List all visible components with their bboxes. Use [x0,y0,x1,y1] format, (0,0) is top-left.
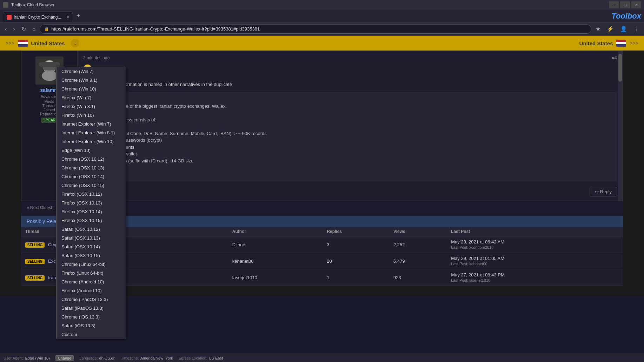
settings-button[interactable]: ⋮ [631,25,641,33]
dropdown-item[interactable]: Chrome (OSX 10.12) [57,155,126,163]
post-scrollbar[interactable] [618,51,623,201]
member-since-badge: 1 YEAR [41,118,58,123]
post-body-text: fake because this information is named i… [83,81,617,88]
dropdown-item[interactable]: Internet Explorer (Win 8.1) [57,128,126,137]
vpn-location-left: United States [31,40,65,46]
dropdown-item[interactable]: Firefox (Win 10) [57,111,126,120]
dropdown-item[interactable]: Firefox (OSX 10.14) [57,207,126,216]
vpn-chevrons-left: >>> [6,40,14,46]
dropdown-item[interactable]: Firefox (Win 8.1) [57,102,126,111]
egress-label: Egress Location: [179,356,207,360]
post-emoji: 😁 [83,64,617,72]
vpn-flag-left [18,40,28,47]
forward-button[interactable]: › [11,25,17,33]
col-last-post: Last Post [447,227,623,236]
vpn-chevrons-right: >>> [630,40,638,46]
dropdown-item[interactable]: Chrome (iPadOS 13.3) [57,295,126,304]
refresh-button[interactable]: ↻ [19,25,28,33]
dropdown-item[interactable]: Firefox (Linux 64-bit) [57,269,126,277]
lock-icon: 🔒 [44,27,49,31]
dropdown-item[interactable]: Internet Explorer (Win 7) [57,120,126,128]
egress-item: Egress Location: US East [179,356,223,360]
dropdown-item[interactable]: Custom [57,330,126,339]
egress-value: US East [209,356,223,360]
home-button[interactable]: ⌂ [30,25,38,33]
active-tab[interactable]: Iranian Crypto Exchang... × [3,12,73,22]
quote-block: Wrote: ➜ we hacked into one of the bigge… [83,92,617,182]
dropdown-item[interactable]: Safari (OSX 10.14) [57,242,126,251]
dropdown-item[interactable]: Chrome (iOS 13.3) [57,313,126,321]
dropdown-item[interactable]: Safari (OSX 10.13) [57,234,126,242]
replies-cell: 1 [323,269,389,286]
new-tab-button[interactable]: + [74,12,82,20]
dropdown-item[interactable]: Chrome (OSX 10.14) [57,172,126,181]
col-author: Author [228,227,323,236]
replies-cell: 20 [323,253,389,269]
extensions-button[interactable]: ⚡ [605,25,616,33]
svg-point-5 [42,71,57,81]
language-value: en-US,en [99,356,115,360]
back-button[interactable]: ‹ [3,25,9,33]
user-agent-label: User Agent: [4,356,24,360]
post-header: 2 minutes ago #4 [83,55,617,60]
minimize-button[interactable]: ─ [609,1,619,8]
browser-dropdown[interactable]: Chrome (Win 7)Chrome (Win 8.1)Chrome (Wi… [56,67,126,339]
main-content: salamm Advanced Posts Threads Joined Rep… [0,51,644,296]
tab-favicon [7,15,12,20]
timezone-item: Timezone: America/New_York [121,356,173,360]
dropdown-item[interactable]: Internet Explorer (Win 10) [57,137,126,146]
dropdown-item[interactable]: Firefox (OSX 10.13) [57,199,126,207]
tab-title: Iranian Crypto Exchang... [14,15,65,20]
vpn-dropdown-button[interactable]: ⌄ [71,39,79,47]
last-post-cell: May 29, 2021 at 06:42 AM Last Post: xcon… [447,236,623,253]
dropdown-item[interactable]: Firefox (Win 7) [57,93,126,102]
dropdown-item[interactable]: Edge (Win 10) [57,146,126,155]
bookmark-button[interactable]: ★ [593,25,603,33]
dropdown-item[interactable]: Safari (iPadOS 13.3) [57,304,126,313]
dropdown-item[interactable]: Chrome (Win 7) [57,67,126,76]
url-text: https://raidforums.com/Thread-SELLING-Ir… [51,26,260,32]
language-label: Language: [79,356,98,360]
dropdown-item[interactable]: Firefox (OSX 10.12) [57,190,126,199]
views-cell: 2,252 [389,236,447,253]
timezone-label: Timezone: [121,356,139,360]
replies-cell: 3 [323,236,389,253]
post-actions: ↩ Reply [83,184,617,196]
vpn-bar: >>> United States ⌄ United States >>> [0,36,644,51]
dropdown-item[interactable]: Chrome (OSX 10.13) [57,163,126,172]
reply-label: Reply [600,189,612,194]
dropdown-item[interactable]: Chrome (Linux 64-bit) [57,260,126,269]
nav-bar: ‹ › ↻ ⌂ 🔒 https://raidforums.com/Thread-… [0,22,644,36]
reply-button[interactable]: ↩ Reply [590,187,617,196]
dropdown-item[interactable]: Chrome (Win 10) [57,85,126,93]
dropdown-item[interactable]: Chrome (Win 8.1) [57,76,126,85]
selling-badge: SELLING [25,259,45,264]
title-bar-text: Toolbox Cloud Browser [11,2,54,7]
selling-badge: SELLING [25,275,45,281]
profile-button[interactable]: 👤 [618,25,629,33]
dropdown-item[interactable]: Firefox (OSX 10.15) [57,216,126,225]
tab-bar: Iranian Crypto Exchang... × + Toolbox [0,10,644,22]
change-button[interactable]: Change [55,355,74,361]
app-icon [3,2,8,8]
status-bar: User Agent: Edge (Win 10) Change Languag… [0,354,644,362]
user-agent-item: User Agent: Edge (Win 10) [4,356,50,360]
dear-bro-text: Dear bro [83,72,617,78]
dropdown-item[interactable]: Safari (iOS 13.3) [57,321,126,330]
last-post-cell: May 27, 2021 at 08:43 PM Last Post: lase… [447,269,623,286]
author-cell: kehanet00 [228,253,323,269]
url-bar[interactable]: 🔒 https://raidforums.com/Thread-SELLING-… [40,25,591,34]
maximize-button[interactable]: □ [620,1,630,8]
dropdown-item[interactable]: Safari (OSX 10.15) [57,251,126,260]
dropdown-item[interactable]: Firefox (Android 10) [57,286,126,295]
scroll-thumb [618,54,622,82]
dropdown-item[interactable]: Chrome (OSX 10.15) [57,181,126,190]
close-button[interactable]: ✕ [631,1,641,8]
title-bar: Toolbox Cloud Browser ─ □ ✕ [0,0,644,10]
views-cell: 6,479 [389,253,447,269]
user-agent-value: Edge (Win 10) [25,356,49,360]
dropdown-item[interactable]: Chrome (Android 10) [57,277,126,286]
dropdown-item[interactable]: Safari (OSX 10.12) [57,225,126,234]
tab-close-button[interactable]: × [67,15,69,20]
toolbox-logo: Toolbox [611,12,641,21]
